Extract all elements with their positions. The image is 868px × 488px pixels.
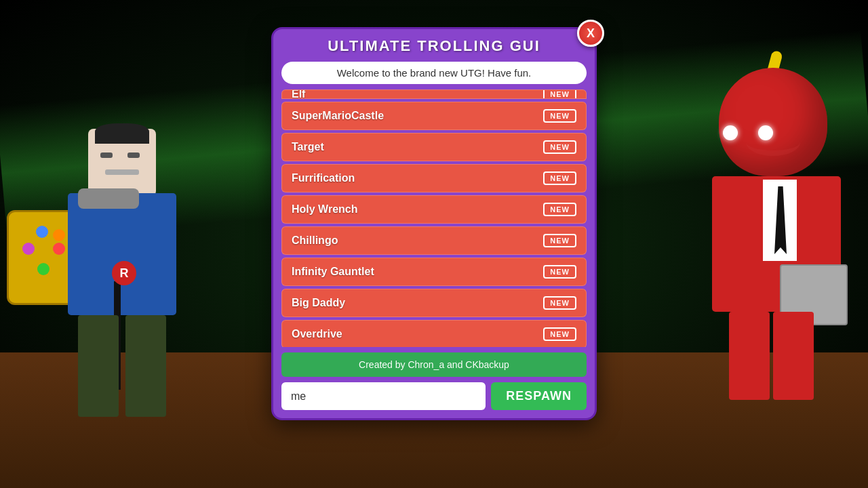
item-name-bigdaddy: Big Daddy <box>292 297 345 309</box>
roblox-logo: R <box>112 261 136 285</box>
right-char-left-leg <box>773 312 814 400</box>
new-badge-infinitygauntlet: NEW <box>543 265 576 279</box>
new-badge-elf: NEW <box>543 89 576 99</box>
item-name-supermariocastle: SuperMarioCastle <box>292 110 384 122</box>
close-button[interactable]: X <box>577 20 604 47</box>
list-item-infinitygauntlet[interactable]: Infinity Gauntlet NEW <box>281 258 587 286</box>
item-name-furrification: Furrification <box>292 172 355 184</box>
gem-blue <box>36 226 48 238</box>
character-body: R <box>20 115 210 454</box>
list-item-overdrive[interactable]: Overdrive NEW <box>281 320 587 347</box>
welcome-banner: Welcome to the brand new UTG! Have fun. <box>281 62 587 84</box>
apple-smile <box>746 129 800 156</box>
jacket: R <box>68 193 176 315</box>
gem-purple <box>22 243 35 255</box>
mouth <box>105 169 139 175</box>
new-badge-holywrench: NEW <box>543 203 576 216</box>
right-char-right-leg <box>729 312 770 400</box>
item-name-infinitygauntlet: Infinity Gauntlet <box>292 266 374 278</box>
scarf <box>78 188 139 209</box>
new-badge-chillingo: NEW <box>543 234 576 247</box>
credit-bar: Created by Chron_a and CKbackup <box>281 352 587 377</box>
new-badge-supermariocastle: NEW <box>543 109 576 123</box>
list-item-chillingo[interactable]: Chillingo NEW <box>281 226 587 255</box>
item-name-overdrive: Overdrive <box>292 328 342 340</box>
gui-title: ULTIMATE TROLLING GUI <box>281 37 587 55</box>
gem-red <box>53 243 65 255</box>
hair <box>95 123 149 144</box>
list-item-target[interactable]: Target NEW <box>281 133 587 161</box>
list-item-supermariocastle[interactable]: SuperMarioCastle NEW <box>281 102 587 130</box>
list-item-holywrench[interactable]: Holy Wrench NEW <box>281 195 587 224</box>
footer: RESPAWN <box>281 382 587 410</box>
new-badge-target: NEW <box>543 140 576 154</box>
character-head <box>88 129 156 197</box>
respawn-button[interactable]: RESPAWN <box>491 382 587 410</box>
item-name-target: Target <box>292 141 324 153</box>
apple-head <box>719 68 827 176</box>
item-list: Elf NEW SuperMarioCastle NEW Target NEW … <box>281 89 587 347</box>
gem-orange <box>53 229 65 241</box>
item-name-elf: Elf <box>292 89 305 99</box>
left-leg <box>78 315 119 417</box>
list-item-bigdaddy[interactable]: Big Daddy NEW <box>281 289 587 317</box>
eye-left <box>723 125 738 140</box>
right-character <box>610 47 868 454</box>
gem-green <box>37 263 50 275</box>
item-name-chillingo: Chillingo <box>292 235 338 247</box>
list-item-partial[interactable]: Elf NEW <box>281 89 587 99</box>
item-name-holywrench: Holy Wrench <box>292 203 358 216</box>
player-input[interactable] <box>281 382 486 410</box>
right-eye <box>127 152 140 158</box>
new-badge-overdrive: NEW <box>543 327 576 341</box>
new-badge-furrification: NEW <box>543 171 576 185</box>
left-character: R <box>0 47 258 454</box>
right-leg <box>125 315 166 417</box>
left-eye <box>100 152 113 158</box>
list-item-furrification[interactable]: Furrification NEW <box>281 164 587 192</box>
gui-window: X ULTIMATE TROLLING GUI Welcome to the b… <box>271 27 597 420</box>
new-badge-bigdaddy: NEW <box>543 296 576 310</box>
